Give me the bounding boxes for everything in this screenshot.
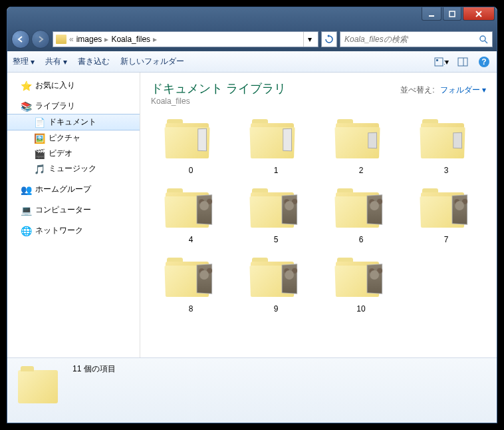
burn-button[interactable]: 書き込む xyxy=(78,56,110,67)
folder-thumbnail xyxy=(368,132,377,148)
svg-rect-6 xyxy=(458,58,467,66)
folder-item[interactable]: 2 xyxy=(321,114,401,178)
folder-item[interactable]: 6 xyxy=(321,183,401,247)
folder-item[interactable]: 4 xyxy=(151,183,231,247)
titlebar[interactable] xyxy=(7,7,497,27)
folder-label: 1 xyxy=(274,166,279,175)
item-count: 11 個の項目 xyxy=(72,363,116,375)
folder-large-icon xyxy=(420,186,473,232)
view-menu[interactable]: ▾ xyxy=(434,55,449,69)
folder-label: 2 xyxy=(359,166,364,175)
close-button[interactable] xyxy=(463,7,495,21)
folder-label: 7 xyxy=(444,235,449,244)
maximize-button[interactable] xyxy=(443,7,461,21)
folder-thumbnail xyxy=(197,264,212,294)
document-icon: 📄 xyxy=(34,117,45,128)
folder-label: 10 xyxy=(356,304,365,314)
folder-thumbnail xyxy=(452,194,467,224)
svg-text:?: ? xyxy=(481,57,486,67)
folder-thumbnail xyxy=(367,194,382,224)
folder-large-icon xyxy=(164,186,217,232)
sort-label: 並べ替え: xyxy=(400,85,434,96)
folder-label: 5 xyxy=(274,235,279,244)
folder-item[interactable]: 7 xyxy=(406,183,486,247)
sidebar-computer[interactable]: 💻コンピューター xyxy=(7,202,140,218)
chevron-down-icon: ▾ xyxy=(31,57,35,67)
svg-line-3 xyxy=(485,41,487,43)
folder-large-icon xyxy=(164,116,217,163)
search-icon xyxy=(479,35,488,44)
folder-item[interactable]: 5 xyxy=(236,183,316,247)
folder-label: 4 xyxy=(189,235,193,244)
forward-button[interactable] xyxy=(31,30,50,49)
folder-icon xyxy=(18,363,64,410)
folder-large-icon xyxy=(420,116,473,163)
folder-thumbnail xyxy=(367,264,382,294)
refresh-button[interactable] xyxy=(321,31,337,47)
network-icon: 🌐 xyxy=(21,226,31,236)
details-pane: 11 個の項目 xyxy=(7,357,497,423)
video-icon: 🎬 xyxy=(34,148,45,159)
svg-point-2 xyxy=(480,36,485,41)
sidebar-documents[interactable]: 📄ドキュメント xyxy=(7,114,140,130)
chevron-icon[interactable]: ▸ xyxy=(153,35,157,44)
folder-item[interactable]: 0 xyxy=(151,114,231,178)
search-box[interactable] xyxy=(340,31,493,47)
help-button[interactable]: ? xyxy=(477,55,491,69)
address-dropdown[interactable]: ▾ xyxy=(303,32,315,47)
folder-thumbnail xyxy=(283,128,292,152)
folder-item[interactable]: 8 xyxy=(151,252,231,316)
folder-large-icon xyxy=(334,186,388,232)
breadcrumb-overflow[interactable]: « xyxy=(69,35,74,44)
homegroup-icon: 👥 xyxy=(21,184,31,195)
folder-item[interactable]: 1 xyxy=(236,114,316,178)
new-folder-button[interactable]: 新しいフォルダー xyxy=(120,56,184,67)
sidebar-network[interactable]: 🌐ネットワーク xyxy=(7,223,140,238)
picture-icon: 🖼️ xyxy=(34,133,45,144)
search-input[interactable] xyxy=(344,35,479,44)
chevron-icon[interactable]: ▸ xyxy=(104,35,108,44)
sidebar-favorites[interactable]: ⭐お気に入り xyxy=(7,78,140,93)
svg-rect-5 xyxy=(436,59,438,61)
folder-thumbnail xyxy=(282,194,297,224)
share-menu[interactable]: 共有 ▾ xyxy=(45,56,67,67)
folder-thumbnail xyxy=(282,264,297,294)
folder-label: 0 xyxy=(189,166,193,175)
address-bar[interactable]: « images ▸ Koala_files ▸ ▾ xyxy=(53,31,318,47)
folder-grid: 012345678910 xyxy=(151,114,486,316)
folder-large-icon xyxy=(249,186,303,232)
folder-large-icon xyxy=(249,116,303,163)
music-icon: 🎵 xyxy=(34,164,45,174)
minimize-button[interactable] xyxy=(422,7,441,21)
folder-icon xyxy=(56,35,66,44)
sidebar-videos[interactable]: 🎬ビデオ xyxy=(7,146,140,161)
breadcrumb-images[interactable]: images xyxy=(76,35,102,44)
folder-item[interactable]: 10 xyxy=(321,252,401,316)
folder-large-icon xyxy=(164,255,217,302)
preview-pane-button[interactable] xyxy=(455,55,470,69)
svg-rect-4 xyxy=(435,58,443,66)
folder-large-icon xyxy=(249,255,303,302)
svg-rect-1 xyxy=(449,11,455,17)
folder-item[interactable]: 9 xyxy=(236,252,316,316)
organize-menu[interactable]: 整理 ▾ xyxy=(13,56,35,67)
sidebar-libraries[interactable]: 📚ライブラリ xyxy=(7,99,140,114)
library-subtitle: Koala_files xyxy=(151,97,286,106)
sidebar-pictures[interactable]: 🖼️ピクチャ xyxy=(7,130,140,146)
chevron-down-icon: ▾ xyxy=(63,57,67,67)
folder-large-icon xyxy=(334,116,388,163)
sidebar-music[interactable]: 🎵ミュージック xyxy=(7,161,140,176)
sort-dropdown[interactable]: フォルダー ▾ xyxy=(440,85,486,96)
folder-item[interactable]: 3 xyxy=(406,114,486,178)
folder-label: 8 xyxy=(189,304,193,314)
folder-large-icon xyxy=(334,255,388,302)
star-icon: ⭐ xyxy=(21,81,31,91)
breadcrumb-koala[interactable]: Koala_files xyxy=(111,35,150,44)
back-button[interactable] xyxy=(11,30,30,49)
library-icon: 📚 xyxy=(21,101,31,112)
svg-rect-0 xyxy=(429,15,434,17)
navigation-pane: ⭐お気に入り 📚ライブラリ 📄ドキュメント 🖼️ピクチャ 🎬ビデオ 🎵ミュージッ… xyxy=(7,73,140,357)
explorer-window: « images ▸ Koala_files ▸ ▾ 整理 ▾ 共有 ▾ 書き込… xyxy=(7,7,497,423)
sidebar-homegroup[interactable]: 👥ホームグループ xyxy=(7,182,140,197)
content-pane: ドキュメント ライブラリ Koala_files 並べ替え: フォルダー ▾ 0… xyxy=(140,73,497,357)
